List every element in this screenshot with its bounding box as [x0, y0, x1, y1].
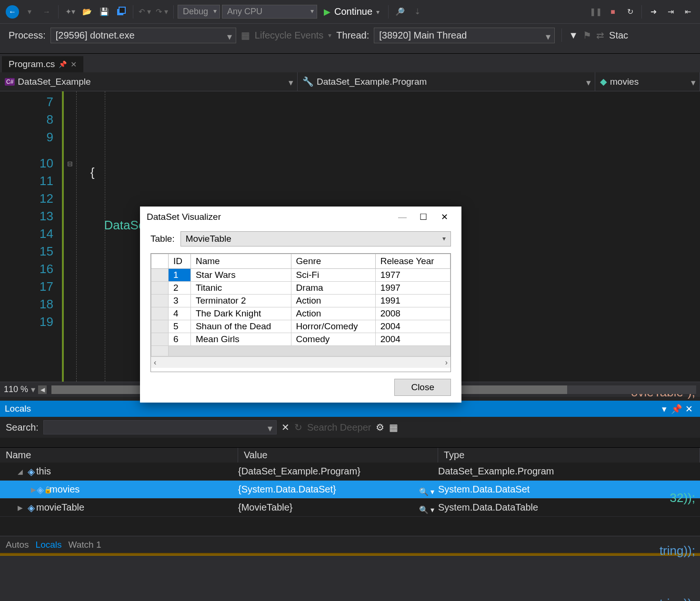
fold-margin: ⊟ [62, 91, 76, 382]
process-dropdown[interactable]: [29596] dotnet.exe [50, 28, 236, 43]
nav-back-dropdown[interactable]: ▾ [22, 4, 37, 20]
tab-programcs[interactable]: Program.cs 📌 ✕ [2, 56, 83, 72]
lifecycle-icon: ▦ [241, 30, 250, 41]
step-out-icon[interactable]: ⇤ [680, 4, 695, 20]
debug-toolbar: Process: [29596] dotnet.exe ▦ Lifecycle … [0, 24, 700, 47]
zoom-level[interactable]: 110 % [4, 384, 28, 394]
stop-icon[interactable]: ■ [605, 4, 620, 20]
table-row[interactable]: 2TitanicDrama1997 [151, 282, 450, 295]
col-name[interactable]: Name [190, 254, 291, 269]
col-id[interactable]: ID [169, 254, 191, 269]
maximize-button[interactable]: ☐ [413, 208, 434, 226]
variable-value: {System.Data.DataSet} [238, 484, 336, 495]
dialog-title: DataSet Visualizer [147, 212, 221, 222]
close-window-button[interactable]: ✕ [434, 208, 455, 226]
table-row[interactable]: 3Terminator 2Action1991 [151, 295, 450, 307]
navigation-bar: C# DataSet_Example 🔧 DataSet_Example.Pro… [0, 72, 700, 91]
table-row[interactable]: 5Shaun of the DeadHorror/Comedy2004 [151, 320, 450, 333]
nav-back-button[interactable]: ← [5, 4, 20, 20]
close-icon[interactable]: ✕ [70, 60, 77, 69]
separator [561, 29, 562, 42]
separator [173, 5, 174, 19]
play-icon: ▶ [324, 7, 330, 17]
visualizer-icon[interactable]: 🔍 ▾ [419, 487, 434, 496]
table-row[interactable]: 1Star WarsSci-Fi1977 [151, 269, 450, 282]
table-row[interactable]: 6Mean GirlsComedy2004 [151, 333, 450, 346]
variable-value: {DataSet_Example.Program} [238, 466, 360, 477]
expand-icon[interactable]: ▶ [14, 504, 26, 512]
tab-autos[interactable]: Autos [6, 540, 29, 550]
class-dropdown[interactable]: 🔧 DataSet_Example.Program [298, 72, 595, 91]
table-row[interactable]: 4The Dark KnightAction2008 [151, 307, 450, 320]
overflow-icon[interactable]: ⇣ [410, 4, 425, 20]
class-icon: 🔧 [302, 76, 314, 87]
save-icon[interactable]: 💾 [97, 4, 112, 20]
filter-icon[interactable]: ▼ [569, 30, 578, 41]
namespace-label: DataSet_Example [18, 77, 90, 87]
variable-name: this [36, 466, 51, 477]
dialog-titlebar[interactable]: DataSet Visualizer — ☐ ✕ [140, 207, 461, 227]
stack-frame-label: Stac [609, 30, 628, 41]
restart-icon[interactable]: ↻ [622, 4, 638, 20]
editor-tabstrip: Program.cs 📌 ✕ [0, 53, 700, 72]
scroll-left-icon[interactable]: ◀ [38, 385, 47, 394]
expand-icon[interactable]: ◢ [14, 468, 26, 475]
variable-icon: ◈ [26, 466, 36, 477]
pin-icon[interactable]: 📌 [59, 60, 67, 68]
continue-label: Continue [334, 6, 372, 17]
config-dropdown[interactable]: Debug [178, 5, 220, 19]
visualizer-icon[interactable]: 🔍 ▾ [419, 505, 434, 514]
thread-icon: ⇄ [596, 30, 604, 41]
col-year[interactable]: Release Year [375, 254, 450, 269]
csharp-icon: C# [5, 78, 15, 86]
step-into-icon[interactable]: ⇥ [663, 4, 678, 20]
tab-locals[interactable]: Locals [36, 540, 62, 550]
class-label: DataSet_Example.Program [317, 77, 427, 87]
horizontal-scrollbar[interactable]: ‹› [151, 356, 450, 368]
variable-value: {MovieTable} [238, 502, 293, 513]
thread-dropdown[interactable]: [38920] Main Thread [374, 28, 555, 43]
separator [133, 5, 133, 19]
main-toolbar: ← ▾ → ✦▾ 📂 💾 ↶ ▾ ↷ ▾ Debug Any CPU ▶ Con… [0, 0, 700, 24]
tab-label: Program.cs [9, 59, 55, 69]
member-dropdown[interactable]: ◆ movies [595, 72, 700, 91]
svg-rect-1 [119, 7, 125, 13]
variable-icon: ◈ [26, 502, 36, 513]
redo-icon[interactable]: ↷ ▾ [154, 4, 170, 20]
line-gutter: 7 8 9 10 11 12 13 14 15 16 17 18 19 [0, 91, 62, 382]
close-button[interactable]: Close [394, 379, 451, 396]
separator [388, 5, 389, 19]
pause-icon: ❚❚ [588, 4, 603, 20]
field-icon: ◆ [600, 76, 607, 87]
namespace-dropdown[interactable]: C# DataSet_Example [0, 72, 298, 91]
undo-icon[interactable]: ↶ ▾ [137, 4, 152, 20]
new-row[interactable] [151, 346, 450, 356]
variable-name: movies [50, 484, 80, 495]
col-genre[interactable]: Genre [291, 254, 375, 269]
search-input[interactable] [43, 420, 277, 434]
process-label: Process: [9, 30, 46, 41]
member-label: movies [610, 77, 639, 87]
data-grid[interactable]: ID Name Genre Release Year 1Star WarsSci… [150, 253, 451, 372]
separator [58, 5, 59, 19]
variable-name: movieTable [36, 502, 84, 513]
find-icon[interactable]: 🔎 [392, 4, 408, 20]
variable-icon: ◈🔒 [39, 484, 50, 495]
new-item-icon[interactable]: ✦▾ [62, 4, 78, 20]
thread-label: Thread: [336, 30, 369, 41]
code-editor[interactable]: 7 8 9 10 11 12 13 14 15 16 17 18 19 ⊟ { … [0, 91, 700, 382]
lifecycle-label: Lifecycle Events [255, 30, 324, 41]
step-over-icon[interactable]: ➜ [646, 4, 661, 20]
search-label: Search: [6, 422, 39, 433]
fold-toggle[interactable]: ⊟ [64, 155, 76, 172]
platform-dropdown[interactable]: Any CPU [222, 5, 317, 19]
nav-forward-button: → [39, 4, 54, 20]
dataset-visualizer-dialog: DataSet Visualizer — ☐ ✕ Table: MovieTab… [140, 207, 461, 403]
continue-button[interactable]: ▶ Continue ▾ [319, 5, 384, 19]
table-select[interactable]: MovieTable [180, 231, 451, 246]
save-all-icon[interactable] [114, 4, 129, 20]
open-icon[interactable]: 📂 [80, 4, 95, 20]
locals-title: Locals [5, 404, 31, 414]
separator [641, 5, 642, 19]
minimize-button[interactable]: — [392, 208, 413, 226]
